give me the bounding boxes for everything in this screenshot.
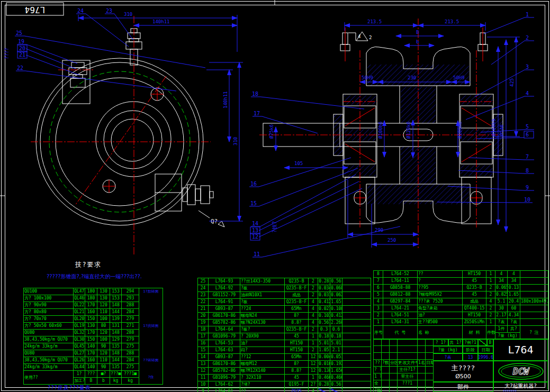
table-cell bbox=[520, 305, 548, 312]
table-cell: 2 bbox=[309, 285, 318, 292]
table-row: 20GB6170-86螺母N248?40.1030.412 bbox=[198, 313, 371, 320]
table-cell: 2 bbox=[374, 312, 383, 319]
dimension-label: 310 bbox=[124, 12, 132, 17]
table-cell: Q235-B bbox=[463, 285, 486, 291]
table-cell bbox=[342, 368, 371, 375]
surface-mark-value: 4 bbox=[358, 34, 360, 39]
table-cell: 160 bbox=[85, 309, 97, 316]
table-cell: QL46 bbox=[74, 295, 85, 302]
table-cell: 20 bbox=[198, 313, 209, 320]
table-cell: 成品 bbox=[463, 298, 486, 305]
table-cell: 8.8? bbox=[285, 368, 309, 375]
table-cell bbox=[139, 302, 163, 309]
table-row: 方? 70x70QL20150100139279 bbox=[24, 316, 163, 323]
sheet-scale: ?例?1 bbox=[463, 339, 478, 346]
table-row: 2L764-51油?HT15022.174.34 bbox=[374, 312, 548, 319]
surface-mark-grade: 2 bbox=[369, 35, 372, 40]
dimension-label: 213.5 bbox=[445, 19, 459, 24]
company-box: 大?起重机器? bbox=[493, 382, 548, 389]
size-table-caption: ???座及???量表 bbox=[48, 384, 91, 391]
table-cell: 130 bbox=[85, 323, 97, 330]
table-cell: 2 bbox=[486, 312, 495, 319]
table-cell: QL44 bbox=[74, 364, 85, 371]
table-cell: 140 bbox=[85, 343, 97, 350]
callout-number: 17 bbox=[254, 111, 260, 116]
table-cell: 160 bbox=[85, 357, 97, 364]
table-cell: ZG35 bbox=[285, 388, 309, 392]
table-cell bbox=[342, 320, 371, 326]
table-cell: GB6170-86 bbox=[209, 361, 240, 368]
part-type-box: 部件 bbox=[433, 382, 493, 392]
callout-leader bbox=[259, 188, 362, 237]
table-cell: Q235-B·F bbox=[285, 299, 309, 306]
table-cell: ?堵? bbox=[240, 381, 285, 388]
table-cell: QL27 bbox=[74, 350, 85, 357]
table-cell: HT150 bbox=[463, 312, 486, 319]
table-cell bbox=[520, 291, 548, 298]
dimension-label: 213.5 bbox=[367, 19, 382, 24]
table-cell: L764-63 bbox=[209, 347, 240, 354]
table-cell: 0.6 bbox=[330, 326, 342, 333]
table-cell: 4 bbox=[309, 313, 318, 320]
callout-number: 23 bbox=[106, 8, 112, 14]
table-cell: 129 bbox=[110, 336, 122, 343]
table-cell: 1?抗铸面 bbox=[139, 323, 163, 330]
table-cell: L764-62 bbox=[209, 381, 240, 388]
table-cell: 4 bbox=[309, 299, 318, 306]
table-cell: 1 bbox=[309, 333, 318, 340]
table-cell: 0.412 bbox=[318, 299, 330, 306]
table-cell: Q195-F bbox=[285, 381, 309, 388]
right-view: 4 2 ?技? bbox=[259, 19, 520, 249]
table-row: QU100QL471801301532941?胎铸面 bbox=[24, 288, 163, 295]
table-cell bbox=[139, 330, 163, 336]
table-cell: 110 bbox=[97, 357, 110, 364]
table-cell: 148 bbox=[110, 330, 122, 336]
table-cell: 279 bbox=[122, 336, 139, 343]
table-cell: 0.027 bbox=[318, 306, 330, 313]
callout-leader bbox=[260, 175, 356, 226]
logo-text: DCW bbox=[512, 366, 529, 377]
table-cell: GB858-88 bbox=[383, 285, 418, 291]
table-cell: 0.0516 bbox=[330, 354, 342, 361]
table-row: 12GB5782-86螺?M12X1408.8?120.1381.656 bbox=[198, 368, 371, 375]
sheet-info: ? 1? 共 1? ?例?1 B ?量 (kg) 阶段 日期 ?表 13 199… bbox=[433, 339, 493, 361]
table-cell: 90 bbox=[97, 343, 110, 350]
callout-number: 3 bbox=[526, 64, 529, 70]
table-cell: 2.1 bbox=[330, 347, 342, 354]
corner-code: L764 bbox=[25, 5, 46, 15]
dcw-logo: DCW bbox=[497, 362, 545, 380]
callouts: 2423251920212218171615141312111234567891… bbox=[15, 8, 534, 257]
table-cell: 2.268 bbox=[330, 320, 342, 326]
dimension-label: Ø500h9 bbox=[491, 118, 497, 136]
table-cell: 12 bbox=[309, 368, 318, 375]
table-cell: 12 bbox=[309, 361, 318, 368]
table-row: 24L764-92?板Q235-B·F20.0340.068 bbox=[198, 285, 371, 292]
table-row: 10L764-62?堵?Q195-F2?0.280.56 bbox=[198, 381, 371, 388]
table-cell: L764-53 bbox=[209, 340, 240, 347]
table-cell: 0.192 bbox=[330, 361, 342, 368]
table-cell bbox=[342, 354, 371, 361]
table-cell: 10 bbox=[198, 381, 209, 388]
callout-leader bbox=[468, 158, 525, 160]
table-cell bbox=[139, 343, 163, 350]
table-cell: 1 bbox=[309, 340, 318, 347]
callout-number: 9 bbox=[526, 185, 529, 190]
wheel-size-table: QU100QL471801301532941?胎铸面方? 100x100QL46… bbox=[23, 288, 163, 385]
callout-leader bbox=[475, 70, 525, 97]
table-cell: 120 bbox=[97, 302, 110, 309]
table-cell: QL26 bbox=[74, 357, 85, 364]
callout-number: 16 bbox=[250, 181, 257, 187]
section-arrow-icon bbox=[218, 221, 224, 227]
table-row: 25L764-93??丝14X3-350Q235-B20.280.56 bbox=[198, 278, 371, 285]
table-cell: 2 bbox=[486, 291, 495, 298]
table-cell: 4 bbox=[486, 298, 495, 305]
table-row: 13GB6170-86螺母M128?120.0160.192 bbox=[198, 361, 371, 368]
table-cell: GB5782-86 bbox=[209, 320, 240, 326]
table-row: 3L764-21角型?承箱QT400-1523060 bbox=[374, 305, 548, 312]
tech-requirements-line: ?????形锥面?,?端直径大的一端???出??. bbox=[47, 273, 142, 280]
table-cell: 0.466 bbox=[318, 375, 330, 381]
table-cell: ??12 bbox=[240, 354, 285, 361]
callout-number: 7 bbox=[526, 154, 529, 160]
table-cell: 方? 90x90 bbox=[24, 302, 74, 309]
table-cell: L764-51 bbox=[383, 312, 418, 319]
